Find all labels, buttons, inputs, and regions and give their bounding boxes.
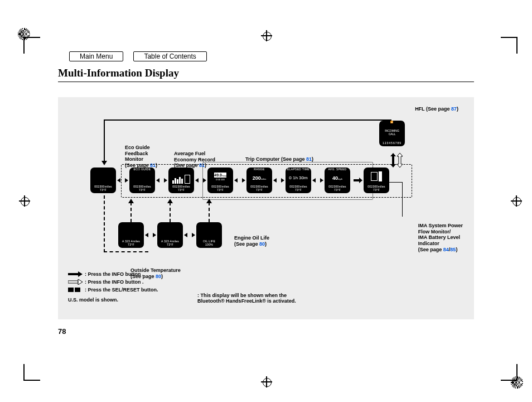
- crop-mark-icon: [501, 27, 525, 51]
- display-icon-fuel-record: 002300miles73°F: [168, 168, 194, 193]
- arrow-solid-icon: [68, 271, 83, 277]
- page-link[interactable]: 80: [259, 241, 265, 247]
- crosshair-icon: [261, 30, 272, 41]
- nav-buttons: Main Menu Table of Contents: [69, 51, 207, 61]
- display-icon-oil-life: OIL LIFE100%: [196, 222, 222, 248]
- svg-marker-15: [397, 153, 403, 168]
- crop-mark-icon: [16, 366, 40, 391]
- dashed-path: [104, 195, 105, 252]
- page-link[interactable]: 87: [451, 106, 457, 112]
- hfl-label: HFL (See page 87): [415, 106, 458, 112]
- legend-row: : Press the SEL/RESET button.: [68, 286, 158, 294]
- svg-marker-16: [145, 233, 148, 237]
- svg-marker-1: [125, 178, 128, 183]
- legend-row: : Press the INFO button .: [68, 278, 158, 286]
- svg-marker-2: [156, 178, 159, 183]
- leader-line: [402, 182, 403, 217]
- svg-marker-0: [117, 178, 120, 183]
- footnote: : This display will be shown when the Bl…: [197, 293, 365, 304]
- dashed-path: [130, 202, 132, 222]
- arrow-double-icon: [68, 287, 83, 293]
- dashed-path: [170, 202, 171, 222]
- ima-label: IMA System Power Flow Monitor/ IMA Batte…: [418, 217, 463, 253]
- page-link[interactable]: 84: [443, 247, 449, 252]
- dashed-path: [209, 202, 210, 222]
- arrowhead-icon: [128, 199, 134, 203]
- display-icon-eco-guide: ECO GUIDE 002300miles73°F: [129, 168, 155, 193]
- display-icon-mpg: 49.0mpg 0 50 100 002300miles73°F: [207, 168, 233, 193]
- page-title: Multi-Information Display: [58, 67, 474, 82]
- display-icon-trip-a: A 323.4miles73°F: [118, 222, 144, 248]
- display-icon-ima: 002300miles73°F: [364, 168, 389, 193]
- svg-marker-17: [153, 233, 156, 237]
- arrow-left-right-icon: [195, 177, 206, 184]
- svg-rect-20: [68, 273, 78, 275]
- svg-marker-6: [234, 178, 238, 183]
- page: Main Menu Table of Contents Multi-Inform…: [0, 0, 532, 402]
- arrow-right-icon: [351, 177, 362, 184]
- display-icon-elapsed: ELAPSED TIME 0 1h 30m 002300miles73°F: [286, 168, 311, 193]
- arrowhead-icon: [167, 199, 173, 203]
- legend-row: : Press the INFO button .: [68, 270, 158, 278]
- display-icon-trip-b: A 323.4miles73°F: [157, 222, 183, 248]
- main-menu-button[interactable]: Main Menu: [69, 51, 123, 61]
- diagram-panel: HFL (See page 87) Eco Guide Feedback Mon…: [58, 97, 474, 319]
- dashed-path: [104, 251, 148, 252]
- crop-mark-icon: [16, 27, 40, 51]
- display-icon-avg-speed: AVG. SPEED 40mph 002300miles73°F: [325, 168, 350, 193]
- arrow-up-down-icon: [390, 153, 404, 170]
- svg-marker-5: [203, 178, 206, 183]
- svg-marker-21: [78, 271, 83, 277]
- svg-rect-22: [68, 281, 78, 283]
- svg-marker-10: [312, 178, 316, 183]
- svg-marker-19: [192, 233, 195, 237]
- crosshair-icon: [511, 195, 522, 207]
- svg-marker-7: [242, 178, 245, 183]
- arrow-left-right-icon: [312, 177, 323, 184]
- page-number: 78: [58, 327, 66, 336]
- arrow-outline-icon: [68, 279, 83, 285]
- arrowhead-icon: [206, 199, 212, 203]
- legend-note: U.S. model is shown.: [68, 296, 158, 304]
- toc-button[interactable]: Table of Contents: [133, 51, 206, 61]
- svg-marker-14: [390, 153, 396, 168]
- display-icon-hfl: 📶 INCOMING CALL 123456789: [379, 121, 405, 146]
- page-link[interactable]: 85: [450, 247, 456, 252]
- crop-mark-icon: [501, 366, 525, 391]
- arrow-left-right-icon: [156, 177, 167, 184]
- arrow-left-right-icon: [184, 232, 195, 238]
- page-link[interactable]: 81: [306, 156, 312, 162]
- display-icon-range: RANGE 200miles 002300miles73°F: [246, 168, 272, 193]
- svg-marker-12: [354, 178, 362, 183]
- crosshair-icon: [261, 376, 272, 387]
- svg-marker-8: [273, 178, 277, 183]
- leader-line: [369, 182, 403, 183]
- arrow-left-right-icon: [145, 232, 156, 238]
- arrow-left-right-icon: [234, 177, 245, 184]
- display-icon-default: 002300miles73°F: [90, 168, 116, 193]
- svg-marker-23: [78, 279, 83, 285]
- svg-marker-3: [164, 178, 167, 183]
- svg-rect-24: [68, 288, 74, 292]
- svg-marker-11: [320, 178, 323, 183]
- svg-marker-9: [281, 178, 284, 183]
- svg-marker-18: [184, 233, 187, 237]
- svg-rect-25: [75, 288, 80, 292]
- arrow-left-right-icon: [273, 177, 284, 184]
- svg-marker-4: [195, 178, 199, 183]
- oil-life-label: Engine Oil Life (See page 80): [234, 229, 269, 247]
- legend: : Press the INFO button . : Press the IN…: [68, 270, 158, 304]
- crosshair-icon: [19, 195, 30, 207]
- arrow-left-right-icon: [117, 177, 128, 184]
